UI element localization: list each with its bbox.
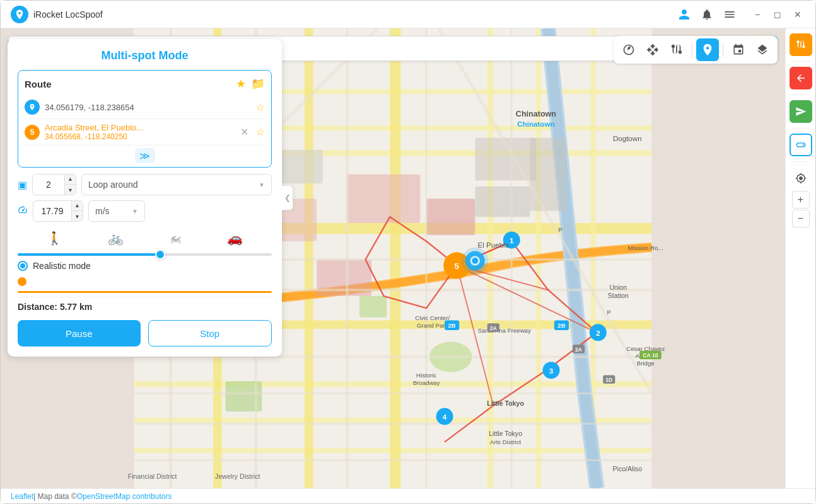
distance-row: Distance: 5.77 km — [18, 297, 272, 312]
panel-title: Multi-spot Mode — [18, 49, 272, 62]
route-star-2[interactable]: ☆ — [256, 126, 265, 138]
svg-text:Station: Station — [608, 292, 629, 299]
collapse-panel-btn[interactable]: ❮ — [282, 185, 293, 210]
svg-rect-16 — [426, 198, 475, 235]
svg-text:1: 1 — [510, 237, 514, 244]
action-buttons: Pause Stop — [18, 320, 272, 346]
route-folder-icon[interactable]: 📁 — [251, 77, 265, 91]
minimize-button[interactable]: − — [750, 7, 765, 22]
svg-text:Historic: Historic — [416, 372, 436, 379]
speed-slider[interactable] — [18, 253, 272, 256]
stop-button[interactable]: Stop — [148, 320, 272, 346]
right-separator-3 — [791, 128, 810, 129]
compass-tool[interactable] — [617, 38, 640, 61]
speed-down-btn[interactable]: ▼ — [71, 211, 83, 222]
route-coords-1: 34.056179, -118.238654 — [45, 103, 251, 112]
bike-icon[interactable]: 🚲 — [105, 228, 126, 248]
repeat-input[interactable] — [33, 180, 64, 190]
svg-text:4: 4 — [443, 413, 447, 421]
route-tool[interactable] — [665, 38, 688, 61]
svg-text:P: P — [558, 226, 562, 233]
svg-rect-26 — [359, 296, 387, 318]
svg-text:Santa Ana Freeway: Santa Ana Freeway — [478, 327, 531, 334]
notification-icon[interactable] — [699, 7, 714, 22]
title-bar-actions: − ◻ ✕ — [677, 7, 805, 22]
svg-text:Mission Ro...: Mission Ro... — [628, 244, 663, 251]
route-item-2: 5 Arcadia Street, El Pueblo... 34.055668… — [25, 119, 265, 146]
move-tool[interactable] — [641, 38, 664, 61]
toolbar-separator-2 — [723, 42, 723, 57]
svg-text:5: 5 — [455, 261, 460, 271]
svg-text:Grand Park: Grand Park — [417, 322, 448, 329]
speed-unit-dropdown[interactable]: m/s ▼ — [88, 200, 145, 222]
speed-unit-label: m/s — [95, 206, 110, 216]
loop-mode-arrow: ▼ — [259, 181, 265, 188]
layers-tool[interactable] — [751, 38, 774, 61]
svg-text:Broadway: Broadway — [413, 379, 440, 386]
route-sidebar-btn[interactable] — [790, 33, 812, 56]
right-separator-4 — [791, 161, 810, 162]
expand-chevron[interactable]: ≫ — [135, 148, 155, 163]
svg-text:Civic Center/: Civic Center/ — [415, 314, 450, 321]
svg-text:Union: Union — [609, 284, 627, 291]
loop-mode-label: Loop around — [88, 180, 138, 190]
route-header-icons: ★ 📁 — [236, 77, 265, 91]
speed-input[interactable] — [33, 206, 71, 216]
route-waypoint-dot: 5 — [25, 125, 40, 140]
green-sidebar-btn[interactable] — [790, 100, 812, 123]
red-sidebar-btn[interactable] — [790, 67, 812, 89]
close-button[interactable]: ✕ — [790, 7, 805, 22]
realistic-radio[interactable] — [18, 261, 28, 271]
pause-button[interactable]: Pause — [18, 320, 141, 346]
map-data-text: | Map data © — [33, 492, 77, 501]
progress-dot — [18, 277, 26, 286]
route-favorite-icon[interactable]: ★ — [236, 77, 246, 91]
svg-text:2A: 2A — [490, 325, 498, 331]
svg-text:2B: 2B — [557, 322, 565, 329]
speed-up-btn[interactable]: ▲ — [71, 200, 83, 211]
osm-link[interactable]: OpenStreetMap contributors — [77, 492, 172, 501]
toggle-btn[interactable] — [790, 134, 812, 156]
svg-text:2B: 2B — [448, 322, 456, 329]
svg-text:Pico/Aliso: Pico/Aliso — [612, 465, 642, 472]
svg-text:3: 3 — [549, 367, 554, 374]
pin-tool[interactable] — [727, 38, 750, 61]
status-bar: Leaflet | Map data © OpenStreetMap contr… — [1, 488, 815, 503]
repeat-icon: ▣ — [18, 179, 27, 191]
zoom-out-button[interactable]: − — [792, 210, 810, 227]
svg-rect-22 — [475, 186, 530, 217]
svg-text:1D: 1D — [605, 377, 612, 383]
loop-mode-dropdown[interactable]: Loop around ▼ — [81, 174, 272, 195]
expand-btn-wrap: ≫ — [25, 148, 265, 163]
slider-thumb[interactable] — [155, 249, 165, 260]
svg-text:Financial District: Financial District — [128, 472, 177, 480]
svg-text:Little Tokyo: Little Tokyo — [489, 430, 522, 437]
repeat-down-btn[interactable]: ▼ — [64, 185, 76, 195]
route-star-1[interactable]: ☆ — [256, 101, 265, 113]
leaflet-link[interactable]: Leaflet — [11, 492, 33, 501]
svg-text:2A: 2A — [575, 346, 583, 353]
toolbar-separator — [692, 42, 692, 57]
repeat-up-btn[interactable]: ▲ — [64, 174, 76, 185]
app-logo — [11, 6, 28, 23]
speed-input-wrap: ▲ ▼ — [33, 200, 83, 222]
svg-text:Chinatown: Chinatown — [516, 110, 556, 118]
speed-icon — [18, 205, 28, 217]
restore-button[interactable]: ◻ — [770, 7, 785, 22]
route-item: 34.056179, -118.238654 ☆ — [25, 96, 265, 119]
menu-icon[interactable] — [722, 7, 737, 22]
controls-row: ▣ ▲ ▼ Loop around ▼ — [18, 174, 272, 195]
car-icon[interactable]: 🚗 — [224, 228, 245, 248]
svg-rect-20 — [280, 150, 323, 183]
moto-icon[interactable]: 🏍 — [166, 229, 184, 248]
realistic-label: Realistic mode — [33, 261, 91, 271]
walk-icon[interactable]: 🚶 — [44, 228, 65, 248]
route-remove-2[interactable]: ✕ — [240, 126, 248, 138]
location-center-btn[interactable] — [790, 167, 812, 190]
profile-icon[interactable] — [677, 7, 692, 22]
transport-row: 🚶 🚲 🏍 🚗 — [18, 228, 272, 248]
multispot-tool[interactable] — [696, 38, 719, 61]
zoom-in-button[interactable]: + — [792, 191, 810, 209]
map-toolbar — [614, 36, 778, 64]
app-title: iRocket LocSpoof — [33, 9, 677, 20]
